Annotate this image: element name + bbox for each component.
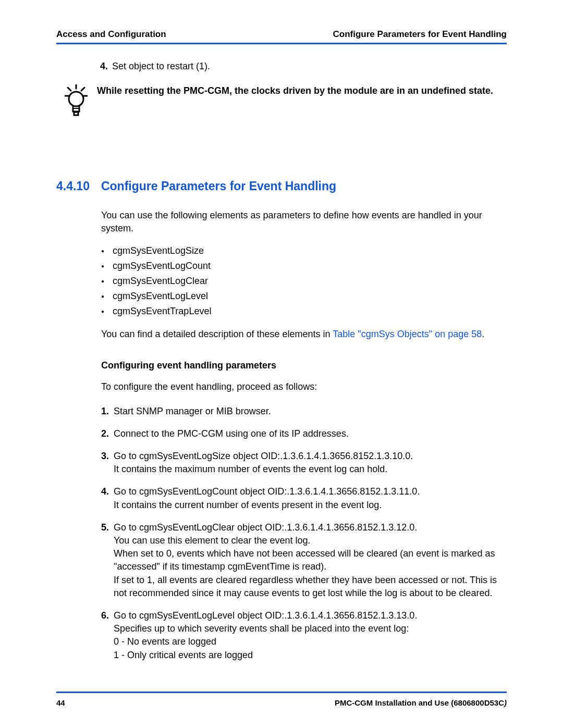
bullet-item: cgmSysEventTrapLevel [101,304,507,319]
header-right: Configure Parameters for Event Handling [333,29,507,40]
tip-callout: While resetting the PMC-CGM, the clocks … [56,84,507,123]
prior-step-number: 4. [100,61,108,71]
footer-doc-title: PMC-CGM Installation and Use (6806800D53… [335,698,507,707]
page-number: 44 [56,698,65,707]
lightbulb-icon [65,84,88,123]
reference-paragraph: You can find a detailed description of t… [101,328,507,341]
prior-step-text: Set object to restart (1). [112,61,210,71]
step-item: Start SNMP manager or MIB browser. [101,405,507,418]
svg-line-1 [68,88,71,91]
bullet-item: cgmSysEventLogCount [101,258,507,274]
step-item: Go to cgmSysEventLogClear object OID:.1.… [101,521,507,600]
step-item: Go to cgmSysEventLogLevel object OID:.1.… [101,609,507,662]
section-intro: You can use the following elements as pa… [101,209,507,235]
header-left: Access and Configuration [56,29,166,40]
bullet-item: cgmSysEventLogLevel [101,289,507,304]
cross-ref-link[interactable]: Table "cgmSys Objects" on page 58 [333,329,482,339]
svg-line-2 [81,88,84,91]
bullet-item: cgmSysEventLogClear [101,274,507,289]
bullet-item: cgmSysEventLogSize [101,243,507,258]
ref-prefix: You can find a detailed description of t… [101,329,333,339]
ref-suffix: . [482,329,484,339]
section-title: Configure Parameters for Event Handling [101,179,336,193]
svg-point-5 [69,92,83,106]
step-item: Go to cgmSysEventLogCount object OID:.1.… [101,485,507,511]
step-item: Go to cgmSysEventLogSize object OID:.1.3… [101,450,507,476]
page-footer: 44 PMC-CGM Installation and Use (6806800… [56,692,507,707]
step-item: Connect to the PMC-CGM using one of its … [101,427,507,440]
section-heading: 4.4.10 Configure Parameters for Event Ha… [56,179,507,193]
parameter-bullets: cgmSysEventLogSize cgmSysEventLogCount c… [101,243,507,318]
subheading: Configuring event handling parameters [101,360,507,371]
svg-rect-7 [74,112,78,115]
sub-intro: To configure the event handling, proceed… [101,380,507,393]
tip-text: While resetting the PMC-CGM, the clocks … [97,84,493,97]
section-number: 4.4.10 [56,179,90,193]
page-header: Access and Configuration Configure Param… [56,29,507,44]
procedure-steps: Start SNMP manager or MIB browser. Conne… [101,405,507,662]
prior-step: 4.Set object to restart (1). [100,61,507,72]
